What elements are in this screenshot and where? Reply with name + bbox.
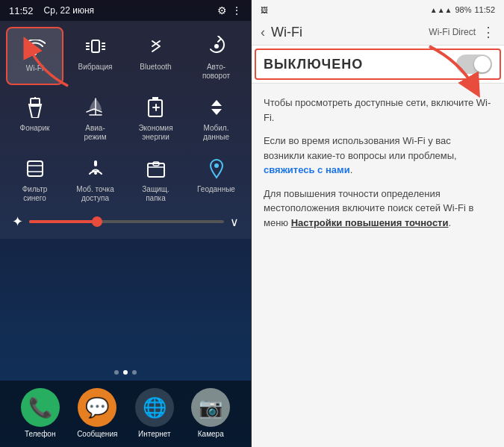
- wifi-label: Wi-Fi: [26, 64, 43, 73]
- right-time: 11:52: [474, 5, 495, 14]
- more-icon[interactable]: ⋮: [231, 4, 242, 16]
- home-screen: 📞 Телефон 💬 Сообщения 🌐 Интернет 📷 Камер…: [0, 239, 251, 447]
- vibration-icon: [82, 33, 109, 60]
- internet-icon: 🌐: [135, 388, 174, 427]
- svg-rect-16: [94, 160, 97, 166]
- quick-item-hotspot[interactable]: Моб. точкадоступа: [66, 149, 124, 207]
- securefolder-icon: [143, 155, 169, 182]
- bluefilter-label: Фильтрсинего: [22, 185, 48, 203]
- battery-saver-icon: [143, 94, 169, 121]
- battery-percent: 98%: [455, 5, 471, 14]
- quick-item-mobiledata[interactable]: Мобил.данные: [187, 88, 245, 146]
- wifi-direct-button[interactable]: Wi-Fi Direct: [429, 27, 476, 37]
- autorotate-label: Авто-поворот: [202, 63, 230, 81]
- flashlight-icon: [22, 94, 49, 121]
- bluetooth-icon: [143, 33, 169, 60]
- hotspot-icon: [82, 155, 109, 182]
- quick-item-vibration[interactable]: Вибрация: [66, 27, 124, 85]
- dock-item-messages[interactable]: 💬 Сообщения: [77, 388, 117, 438]
- phone-label: Телефон: [25, 430, 55, 438]
- home-dot-3: [132, 370, 137, 375]
- bluetooth-label: Bluetooth: [140, 63, 171, 72]
- red-arrow-toggle: [414, 39, 489, 99]
- left-status-bar: 11:52 Ср, 22 июня ⚙ ⋮: [0, 0, 251, 21]
- bluefilter-icon: [22, 155, 49, 182]
- quick-item-flashlight[interactable]: Фонарик: [6, 88, 63, 146]
- svg-point-15: [94, 172, 97, 175]
- camera-label: Камера: [198, 430, 224, 438]
- internet-label: Интернет: [138, 430, 171, 438]
- quick-item-bluetooth[interactable]: Bluetooth: [127, 27, 184, 85]
- quick-grid: Wi-Fi Вибрация: [6, 27, 245, 207]
- camera-icon: 📷: [191, 388, 230, 427]
- svg-rect-13: [152, 97, 158, 100]
- autorotate-icon: [203, 33, 230, 60]
- dock-item-camera[interactable]: 📷 Камера: [191, 388, 230, 438]
- svg-rect-14: [28, 161, 43, 176]
- phone-icon: 📞: [21, 388, 60, 427]
- hotspot-label: Моб. точкадоступа: [76, 185, 113, 203]
- mobiledata-icon: [203, 94, 230, 121]
- right-status-bar: 🖼 ▲▲▲ 98% 11:52: [252, 0, 504, 19]
- wifi-toggle-label: ВЫКЛЮЧЕНО: [264, 57, 363, 72]
- brightness-icon: ✦: [12, 213, 23, 230]
- airplane-icon: [82, 94, 109, 121]
- dock: 📞 Телефон 💬 Сообщения 🌐 Интернет 📷 Камер…: [0, 381, 251, 447]
- dock-item-phone[interactable]: 📞 Телефон: [21, 388, 60, 438]
- status-icons: ⚙ ⋮: [217, 4, 242, 16]
- signal-icon: ▲▲▲: [430, 6, 452, 14]
- messages-icon: 💬: [78, 388, 116, 427]
- wifi-info-line3: Для повышения точности определения место…: [264, 187, 492, 231]
- quick-item-wifi[interactable]: Wi-Fi: [6, 27, 63, 85]
- svg-rect-0: [92, 40, 99, 52]
- screenshot-icon: 🖼: [261, 6, 268, 14]
- back-button[interactable]: ‹: [261, 25, 265, 40]
- wifi-info-line2: Если во время использования Wi-Fi у вас …: [264, 134, 492, 178]
- home-dot-1: [114, 370, 119, 375]
- quick-item-battery[interactable]: Экономияэнергии: [127, 88, 184, 146]
- accuracy-link[interactable]: Настройки повышения точности: [291, 217, 449, 228]
- wifi-page-title: Wi-Fi: [271, 25, 423, 40]
- brightness-thumb: [92, 216, 102, 227]
- brightness-fill: [29, 220, 97, 223]
- right-status-right: ▲▲▲ 98% 11:52: [430, 5, 495, 14]
- dock-item-internet[interactable]: 🌐 Интернет: [135, 388, 174, 438]
- right-status-left: 🖼: [261, 6, 268, 14]
- securefolder-label: Защищ.папка: [142, 185, 169, 203]
- contact-link[interactable]: свяжитесь с нами: [264, 164, 350, 175]
- wifi-more-button[interactable]: ⋮: [482, 24, 495, 40]
- geo-label: Геоданные: [197, 185, 235, 194]
- svg-point-8: [214, 44, 219, 49]
- quick-item-bluefilter[interactable]: Фильтрсинего: [6, 149, 63, 207]
- battery-label: Экономияэнергии: [138, 124, 172, 142]
- quick-item-airplane[interactable]: Авиа-режим: [66, 88, 124, 146]
- brightness-chevron[interactable]: ∨: [230, 215, 239, 229]
- status-time: 11:52: [9, 5, 34, 16]
- geo-icon: [203, 155, 230, 182]
- brightness-row: ✦ ∨: [6, 207, 245, 233]
- mobiledata-label: Мобил.данные: [203, 124, 229, 142]
- wifi-icon: [22, 34, 49, 61]
- left-panel: 11:52 Ср, 22 июня ⚙ ⋮ Wi-Fi: [0, 0, 252, 447]
- status-date: Ср, 22 июня: [44, 5, 95, 16]
- wifi-info-line1: Чтобы просмотреть доступные сети, включи…: [264, 96, 492, 125]
- home-dot-2: [123, 370, 128, 375]
- vibration-label: Вибрация: [78, 63, 113, 72]
- right-panel: 🖼 ▲▲▲ 98% 11:52 ‹ Wi-Fi Wi-Fi Direct ⋮ В…: [252, 0, 504, 447]
- quick-item-autorotate[interactable]: Авто-поворот: [187, 27, 245, 85]
- brightness-slider[interactable]: [29, 220, 224, 223]
- quick-item-secure[interactable]: Защищ.папка: [127, 149, 184, 207]
- wifi-info-section: Чтобы просмотреть доступные сети, включи…: [252, 84, 504, 447]
- messages-label: Сообщения: [77, 430, 117, 438]
- quick-settings-panel: Wi-Fi Вибрация: [0, 21, 251, 239]
- flashlight-label: Фонарик: [20, 124, 50, 133]
- svg-point-19: [214, 163, 219, 168]
- quick-item-geo[interactable]: Геоданные: [187, 149, 245, 207]
- gear-icon[interactable]: ⚙: [217, 4, 227, 16]
- home-dots: [114, 370, 137, 375]
- airplane-label: Авиа-режим: [84, 124, 106, 142]
